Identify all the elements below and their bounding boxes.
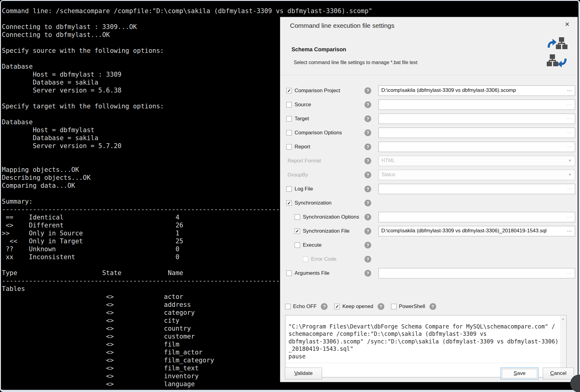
- check-icon: ✓: [287, 201, 292, 205]
- browse-button[interactable]: …: [567, 269, 572, 275]
- help-icon[interactable]: ?: [364, 115, 371, 122]
- banner-description: Select command line file settings to man…: [294, 60, 418, 65]
- form-row-log-file: ✓Log File?…: [280, 182, 578, 196]
- form-row-comparison-options: ✓Comparison Options?…: [280, 126, 578, 140]
- browse-button[interactable]: …: [567, 185, 572, 191]
- label-echo-off: Echo OFF: [293, 303, 317, 310]
- checkbox-source[interactable]: ✓: [286, 102, 292, 107]
- checkbox-comparison-options[interactable]: ✓: [286, 130, 292, 136]
- checkbox-synchronization[interactable]: ✓: [286, 200, 292, 206]
- chevron-down-icon: ▼: [568, 172, 572, 177]
- input-target[interactable]: …: [379, 114, 575, 124]
- checkbox-error-code[interactable]: ✓: [303, 256, 308, 262]
- form-row-error-code: ✓Error Code?: [280, 252, 578, 266]
- form-row-synchronization-options: ✓Synchronization Options?…: [280, 210, 578, 224]
- help-icon[interactable]: ?: [364, 200, 371, 206]
- form-row-comparison-project: ✓Comparison Project?D:\comp\sakila (dbfm…: [280, 84, 578, 98]
- input-comparison-options[interactable]: …: [379, 128, 575, 138]
- bat-file-text: "C:\Program Files\Devart\dbForge Schema …: [288, 323, 559, 370]
- dialog-title: Command line execution file settings: [290, 22, 394, 29]
- form-row-groupby: GroupBy?Status▼: [280, 168, 578, 182]
- input-log-file[interactable]: …: [379, 184, 575, 194]
- checkbox-synchronization-options[interactable]: ✓: [295, 214, 300, 220]
- form-row-report: ✓Report?…: [280, 140, 578, 154]
- input-source[interactable]: …: [379, 100, 575, 110]
- checkbox-comparison-project[interactable]: ✓: [286, 88, 292, 93]
- input-arguments-file[interactable]: …: [379, 268, 575, 278]
- label-execute: Execute: [303, 242, 321, 248]
- screenshot-stage: Command line: /schemacompare /compfile:"…: [0, 0, 580, 392]
- checkbox-synchronization-file[interactable]: ✓: [295, 228, 300, 234]
- dropdown-report-format[interactable]: HTML▼: [379, 156, 575, 166]
- check-icon: ✓: [287, 88, 292, 93]
- label-powershell: PowerShell: [399, 303, 425, 310]
- help-icon[interactable]: ?: [364, 228, 371, 234]
- browse-button[interactable]: …: [567, 86, 572, 93]
- help-icon[interactable]: ?: [430, 303, 436, 310]
- browse-button[interactable]: …: [567, 227, 572, 233]
- label-source: Source: [295, 102, 311, 108]
- input-synchronization-file[interactable]: D:\comp\sakila (dbfmylast-3309 vs dbfmyl…: [379, 226, 575, 236]
- checkbox-log-file[interactable]: ✓: [286, 186, 292, 192]
- label-target: Target: [295, 116, 309, 122]
- input-synchronization-options[interactable]: …: [379, 212, 575, 222]
- label-report: Report: [295, 144, 310, 150]
- label-synchronization-options: Synchronization Options: [303, 214, 359, 220]
- label-report-format: Report Format: [288, 158, 321, 164]
- label-comparison-project: Comparison Project: [295, 88, 340, 94]
- form-row-synchronization: ✓Synchronization?: [280, 196, 578, 210]
- validate-button[interactable]: Validate: [285, 368, 322, 379]
- label-comparison-options: Comparison Options: [295, 130, 342, 136]
- schema-compare-icon: [546, 37, 568, 70]
- form-row-source: ✓Source?…: [280, 98, 578, 112]
- help-icon[interactable]: ?: [321, 303, 328, 310]
- echo-options-row: ✓Echo OFF?✓Keep opened?✓PowerShell?: [285, 303, 443, 310]
- help-icon[interactable]: ?: [364, 242, 371, 249]
- cancel-button[interactable]: Cancel: [543, 368, 574, 379]
- input-comparison-project[interactable]: D:\comp\sakila (dbfmylast-3309 vs dbfmyl…: [379, 85, 575, 96]
- label-groupby: GroupBy: [288, 172, 308, 178]
- help-icon[interactable]: ?: [364, 256, 371, 263]
- help-icon[interactable]: ?: [364, 87, 371, 94]
- help-icon[interactable]: ?: [364, 214, 371, 220]
- checkbox-arguments-file[interactable]: ✓: [286, 270, 292, 276]
- label-log-file: Log File: [295, 186, 313, 192]
- schema-comparison-heading: Schema Comparison: [292, 46, 346, 53]
- help-icon[interactable]: ?: [364, 143, 371, 150]
- checkbox-target[interactable]: ✓: [286, 116, 292, 122]
- browse-button[interactable]: …: [567, 114, 572, 121]
- checkbox-echo-off[interactable]: ✓: [285, 304, 291, 309]
- checkbox-report[interactable]: ✓: [286, 144, 292, 150]
- label-synchronization-file: Synchronization File: [303, 228, 350, 234]
- dropdown-groupby[interactable]: Status▼: [379, 170, 575, 180]
- checkbox-execute[interactable]: ✓: [295, 242, 300, 248]
- form-row-target: ✓Target?…: [280, 112, 578, 126]
- browse-button[interactable]: …: [567, 129, 572, 135]
- input-report[interactable]: …: [379, 142, 575, 152]
- close-icon[interactable]: ✕: [563, 20, 571, 29]
- banner-separator: [280, 75, 578, 76]
- save-button[interactable]: Save: [501, 368, 538, 379]
- browse-button[interactable]: …: [567, 100, 572, 107]
- label-arguments-file: Arguments File: [295, 270, 329, 276]
- help-icon[interactable]: ?: [364, 129, 371, 136]
- form-row-report-format: Report Format?HTML▼: [280, 154, 578, 168]
- help-icon[interactable]: ?: [364, 172, 371, 178]
- help-icon[interactable]: ?: [364, 186, 371, 192]
- scroll-up-icon[interactable]: ▲: [561, 317, 565, 321]
- help-icon[interactable]: ?: [378, 303, 384, 310]
- check-icon: ✓: [335, 304, 339, 309]
- chevron-down-icon: ▼: [568, 158, 572, 163]
- checkbox-powershell[interactable]: ✓: [391, 304, 397, 309]
- help-icon[interactable]: ?: [364, 101, 371, 108]
- checkbox-keep-opened[interactable]: ✓: [334, 304, 340, 309]
- browse-button[interactable]: …: [567, 143, 572, 149]
- form-row-synchronization-file: ✓Synchronization File?D:\comp\sakila (db…: [280, 224, 578, 238]
- help-icon[interactable]: ?: [364, 158, 371, 164]
- settings-form: ✓Comparison Project?D:\comp\sakila (dbfm…: [280, 84, 578, 280]
- browse-button[interactable]: …: [567, 213, 572, 219]
- check-icon: ✓: [295, 229, 300, 234]
- help-icon[interactable]: ?: [364, 270, 371, 277]
- label-synchronization: Synchronization: [295, 200, 332, 206]
- form-row-arguments-file: ✓Arguments File?…: [280, 266, 578, 280]
